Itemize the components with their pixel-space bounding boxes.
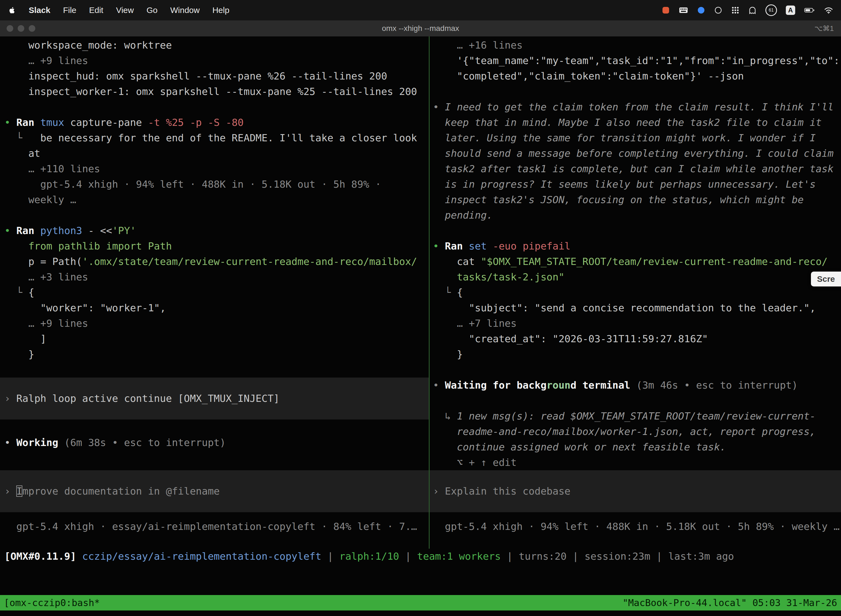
terminal-line: └ be necessary for the end of the README… — [4, 130, 429, 146]
terminal-line: • Ran tmux capture-pane -t %25 -p -S -80 — [4, 115, 429, 130]
terminal-line: p = Path('.omx/state/team/review-current… — [4, 254, 429, 269]
text-segment: from pathlib import Path — [4, 241, 172, 252]
terminal-line — [433, 223, 841, 238]
model-status-line: gpt-5.4 xhigh · 94% left · 488K in · 5.1… — [433, 519, 841, 534]
terminal-line: inspect task2's JSON, focusing on the st… — [433, 192, 841, 208]
terminal-line: weekly … — [4, 192, 429, 208]
window-title-bar[interactable]: omx --xhigh --madmax ⌥⌘1 — [0, 21, 841, 37]
terminal-line — [4, 419, 429, 435]
terminal-line: continue assigned work or next feasible … — [433, 439, 841, 455]
menu-item-edit[interactable]: Edit — [89, 6, 104, 15]
text-segment: • — [4, 117, 16, 128]
terminal-line: is in progress? It seems likely but perh… — [433, 177, 841, 192]
battery-percent-value: 61 — [769, 8, 774, 13]
menu-item-file[interactable]: File — [63, 6, 76, 15]
text-segment: "subject": "send a concise recommendatio… — [433, 302, 816, 314]
working-status: • Working (6m 38s • esc to interrupt) — [4, 435, 429, 450]
wifi-icon[interactable] — [824, 6, 833, 14]
text-segment: › — [4, 393, 16, 404]
text-segment: › — [433, 485, 445, 497]
text-segment: I need to get the claim token from the c… — [445, 101, 834, 113]
menu-item-app-name[interactable]: Slack — [29, 6, 50, 15]
terminal-line: later. Using the same for transition mig… — [433, 130, 841, 146]
text-segment: is in progress? It seems likely but perh… — [433, 179, 816, 190]
text-segment: • — [433, 101, 445, 113]
right-pane-scrollback: … +16 lines '{"team_name":"my-team","tas… — [433, 38, 841, 470]
tmux-host-and-time: "MacBook-Pro-44.local" 05:03 31-Mar-26 — [623, 597, 837, 608]
dark-app-icon[interactable] — [714, 6, 722, 14]
minimize-button[interactable] — [18, 25, 24, 32]
battery-percentage-badge[interactable]: 61 — [765, 4, 777, 16]
text-segment: … +9 lines — [4, 318, 88, 329]
screen-recording-indicator-icon[interactable] — [662, 6, 670, 14]
text-segment: ralph:1/10 — [339, 551, 399, 562]
left-pane-input-area: › Improve documentation in @filename gpt… — [4, 470, 429, 550]
keyboard-icon[interactable] — [679, 6, 688, 14]
text-segment: 'PY' — [112, 225, 136, 236]
text-segment: weekly … — [4, 194, 76, 205]
battery-icon[interactable] — [804, 6, 815, 14]
terminal-line: • Ran set -euo pipefail — [433, 238, 841, 254]
terminal-line: … +16 lines — [433, 38, 841, 53]
terminal-line: inspect_worker-1: omx sparkshell --tmux-… — [4, 84, 429, 99]
text-cursor: I — [16, 485, 22, 497]
text-segment: task2 after task1 is complete, but can I… — [433, 163, 834, 175]
text-segment: session:23m — [585, 551, 650, 562]
right-pane[interactable]: … +16 lines '{"team_name":"my-team","tas… — [429, 37, 841, 550]
screen-notification-popup: Scre — [811, 271, 841, 286]
text-segment: inspect task2's JSON, focusing on the st… — [433, 194, 804, 205]
close-button[interactable] — [7, 25, 13, 32]
omx-session-status: [OMX#0.11.9] cczip/essay/ai-reimplementa… — [4, 551, 734, 562]
text-segment: • — [4, 437, 16, 448]
input-source-icon[interactable]: A — [786, 6, 795, 15]
terminal-line: … +9 lines — [4, 53, 429, 69]
left-pane[interactable]: workspace_mode: worktree … +9 lines insp… — [0, 37, 429, 550]
text-segment: p = Path( — [4, 256, 82, 267]
terminal-line: └ { — [433, 285, 841, 300]
text-segment: readme-and-reco/mailbox/worker-1.json, a… — [433, 426, 816, 437]
text-segment: gpt-5.4 xhigh · 94% left · 488K in · 5.1… — [4, 179, 381, 190]
right-pane-input-area: › Explain this codebase gpt-5.4 xhigh · … — [433, 470, 841, 550]
terminal-line: should send a message before completing … — [433, 146, 841, 161]
grid-menu-icon[interactable] — [731, 6, 740, 14]
menu-item-go[interactable]: Go — [147, 6, 158, 15]
terminal-line: ⌥ + ↑ edit — [433, 455, 841, 470]
text-segment: at — [4, 148, 40, 159]
text-segment: continue assigned work or next feasible … — [433, 441, 726, 453]
menu-item-view[interactable]: View — [116, 6, 133, 15]
text-segment: • — [433, 380, 445, 391]
tmux-inject-status-band[interactable]: › Ralph loop active continue [OMX_TMUX_I… — [0, 378, 429, 419]
terminal-line — [433, 362, 841, 378]
text-segment: later. Using the same for transition mig… — [433, 132, 816, 144]
terminal-line: "completed","claim_token":"claim-token"}… — [433, 69, 841, 84]
tmux-session-info: [omx-cczip0:bash* — [4, 597, 100, 608]
apple-menu-icon[interactable] — [8, 6, 16, 15]
text-segment: [OMX#0.11.9] — [4, 551, 82, 562]
text-segment: "$OMX_TEAM_STATE_ROOT/team/review-curren… — [481, 256, 828, 267]
terminal-line: from pathlib import Path — [4, 238, 429, 254]
menu-item-window[interactable]: Window — [170, 6, 200, 15]
terminal-line — [433, 393, 841, 408]
menu-item-help[interactable]: Help — [212, 6, 230, 15]
text-segment: "completed","claim_token":"claim-token"}… — [433, 70, 744, 82]
terminal-line: "subject": "send a concise recommendatio… — [433, 300, 841, 316]
terminal-line: … +7 lines — [433, 316, 841, 331]
terminal-line — [433, 84, 841, 99]
text-segment: last:3m ago — [668, 551, 734, 562]
zoom-button[interactable] — [29, 25, 35, 32]
ghost-icon[interactable] — [748, 6, 757, 14]
prompt-input-placeholder[interactable]: › Improve documentation in @filename — [0, 470, 429, 512]
text-segment: Waiting for backg — [445, 380, 547, 391]
text-segment: "created_at": "2026-03-31T11:59:27.816Z" — [433, 333, 708, 345]
omx-status-line: [OMX#0.11.9] cczip/essay/ai-reimplementa… — [0, 549, 841, 564]
text-segment: - << — [88, 225, 112, 236]
terminal-line: inspect_hud: omx sparkshell --tmux-pane … — [4, 69, 429, 84]
text-segment: › — [4, 485, 16, 497]
text-segment: team:1 workers — [417, 551, 501, 562]
screen-notification-text: Scre — [817, 274, 835, 283]
text-segment: } — [433, 349, 463, 360]
text-segment: • — [4, 225, 16, 236]
blue-app-icon[interactable] — [697, 6, 705, 14]
prompt-suggestion[interactable]: › Explain this codebase — [429, 470, 841, 512]
terminal-line: '{"team_name":"my-team","task_id":"1","f… — [433, 53, 841, 69]
